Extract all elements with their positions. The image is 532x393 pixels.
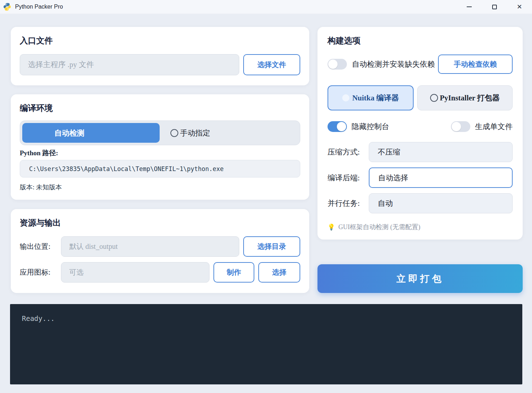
choose-directory-button[interactable]: 选择目录 (243, 236, 300, 257)
app-icon-row: 应用图标: 制作 选择 (20, 262, 300, 283)
lightbulb-icon: 💡 (328, 223, 335, 231)
window-title: Python Packer Pro (15, 4, 63, 10)
radio-selected-icon (342, 94, 349, 101)
output-location-row: 输出位置: 选择目录 (20, 236, 300, 257)
log-console: Ready... (10, 304, 522, 384)
minimize-icon (467, 6, 472, 7)
backend-row: 编译后端: 自动选择 (328, 167, 513, 188)
python-logo-icon (3, 3, 11, 11)
manual-specify-label: 手动指定 (180, 128, 210, 138)
python-path-label: Python 路径: (20, 149, 300, 157)
onefile-switch-group: 生成单文件 (451, 121, 513, 132)
nuitka-label: Nuitka 编译器 (352, 93, 399, 103)
choose-icon-button[interactable]: 选择 (258, 262, 300, 283)
manual-dep-check-button[interactable]: 手动检查依赖 (438, 55, 513, 74)
close-button[interactable]: ✕ (507, 0, 532, 14)
console-ready-text: Ready... (22, 314, 55, 322)
close-icon: ✕ (517, 4, 522, 10)
output-card-title: 资源与输出 (20, 218, 300, 228)
python-env-segment: 自动检测 手动指定 (20, 120, 300, 145)
backend-select[interactable]: 自动选择 (369, 167, 513, 188)
pyinstaller-option[interactable]: PyInstaller 打包器 (417, 85, 513, 110)
app-icon-label: 应用图标: (20, 267, 57, 277)
compression-label: 压缩方式: (328, 147, 369, 157)
manual-specify-option[interactable]: 手动指定 (160, 123, 298, 143)
hide-console-toggle[interactable] (328, 121, 347, 132)
auto-detect-option[interactable]: 自动检测 (22, 123, 160, 143)
compression-row: 压缩方式: 不压缩 (328, 142, 513, 162)
dependency-row: 自动检测并安装缺失依赖 手动检查依赖 (328, 55, 513, 74)
gui-hint-text: GUI框架自动检测 (无需配置) (338, 223, 420, 231)
maximize-button[interactable] (482, 0, 507, 14)
compiler-selector-row: Nuitka 编译器 PyInstaller 打包器 (328, 85, 513, 110)
build-options-card: 构建选项 自动检测并安装缺失依赖 手动检查依赖 Nuitka 编译器 PyIns… (317, 27, 523, 240)
toggle-thumb (328, 60, 338, 69)
entry-file-input[interactable] (20, 54, 239, 75)
app-icon-input[interactable] (61, 262, 209, 283)
pyinstaller-label: PyInstaller 打包器 (440, 93, 500, 103)
output-location-input[interactable] (61, 236, 239, 257)
entry-file-card: 入口文件 选择文件 (11, 27, 309, 85)
jobs-row: 并行任务: 自动 (328, 193, 513, 213)
jobs-label: 并行任务: (328, 198, 369, 208)
onefile-label: 生成单文件 (475, 122, 513, 132)
window-controls: ✕ (457, 0, 532, 14)
resources-output-card: 资源与输出 输出位置: 选择目录 应用图标: 制作 选择 (11, 209, 309, 293)
nuitka-compiler-option[interactable]: Nuitka 编译器 (328, 85, 414, 110)
compile-env-card: 编译环境 自动检测 手动指定 Python 路径: 版本: 未知版本 (11, 94, 309, 200)
left-column: 入口文件 选择文件 编译环境 自动检测 手动指定 Python 路径: 版本: … (11, 27, 309, 293)
output-location-label: 输出位置: (20, 242, 57, 251)
build-card-title: 构建选项 (328, 36, 513, 46)
python-path-input[interactable] (20, 160, 300, 177)
choose-file-button[interactable]: 选择文件 (243, 54, 300, 75)
auto-deps-label: 自动检测并安装缺失依赖 (352, 59, 435, 69)
pack-now-button[interactable]: 立即打包 (317, 264, 523, 293)
jobs-select[interactable]: 自动 (369, 193, 513, 213)
entry-file-row: 选择文件 (20, 54, 300, 75)
entry-card-title: 入口文件 (20, 36, 300, 46)
auto-deps-toggle[interactable] (328, 59, 347, 70)
python-version-text: 版本: 未知版本 (20, 183, 300, 191)
radio-unselected-icon (430, 94, 438, 102)
compression-select[interactable]: 不压缩 (369, 142, 513, 162)
switches-row: 隐藏控制台 生成单文件 (328, 121, 513, 132)
minimize-button[interactable] (457, 0, 482, 14)
maximize-icon (492, 5, 497, 9)
make-icon-button[interactable]: 制作 (213, 262, 254, 283)
backend-label: 编译后端: (328, 173, 369, 183)
toggle-thumb (452, 122, 461, 131)
toggle-thumb (337, 122, 346, 131)
onefile-toggle[interactable] (451, 121, 470, 132)
right-column: 构建选项 自动检测并安装缺失依赖 手动检查依赖 Nuitka 编译器 PyIns… (317, 27, 523, 293)
radio-unselected-icon (170, 129, 178, 137)
env-card-title: 编译环境 (20, 103, 300, 113)
titlebar: Python Packer Pro ✕ (0, 0, 532, 14)
hide-console-label: 隐藏控制台 (352, 122, 389, 132)
gui-hint-row: 💡 GUI框架自动检测 (无需配置) (328, 223, 513, 231)
